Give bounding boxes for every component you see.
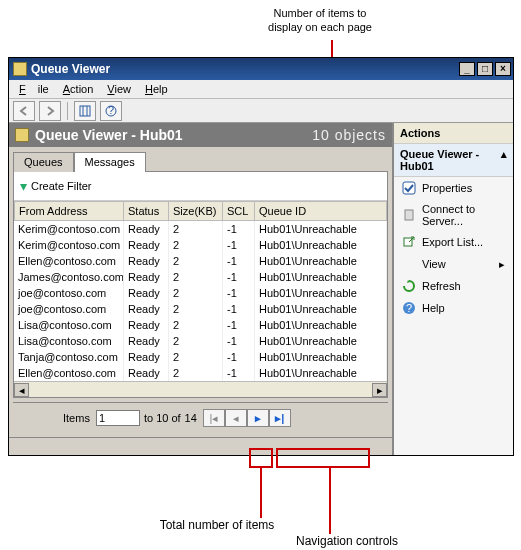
actions-subheader[interactable]: Queue Viewer - Hub01▴	[394, 144, 513, 177]
col-qid[interactable]: Queue ID	[255, 201, 387, 221]
table-row[interactable]: James@contoso.comReady2-1Hub01\Unreachab…	[14, 269, 387, 285]
last-page-button[interactable]: ▸|	[269, 409, 291, 427]
action-view[interactable]: View ▸	[394, 253, 513, 275]
queue-icon	[15, 128, 29, 142]
actions-pane: Actions Queue Viewer - Hub01▴ Properties…	[394, 123, 513, 455]
svg-rect-6	[405, 210, 413, 220]
table-row[interactable]: Tanja@contoso.comReady2-1Hub01\Unreachab…	[14, 349, 387, 365]
menu-view[interactable]: View	[101, 82, 137, 96]
action-properties[interactable]: Properties	[394, 177, 513, 199]
grid-body: Kerim@contoso.comReady2-1Hub01\Unreachab…	[14, 221, 387, 381]
col-status[interactable]: Status	[124, 201, 169, 221]
action-connect[interactable]: Connect to Server...	[394, 199, 513, 231]
menu-help[interactable]: Help	[139, 82, 174, 96]
help-toolbar-button[interactable]: ?	[100, 101, 122, 121]
app-icon	[13, 62, 27, 76]
menu-action[interactable]: Action	[57, 82, 100, 96]
pager-mid: to 10 of	[144, 412, 181, 424]
col-size[interactable]: Size(KB)	[169, 201, 223, 221]
back-button[interactable]	[13, 101, 35, 121]
callout-box-total	[249, 448, 273, 468]
chevron-right-icon: ▸	[499, 258, 505, 271]
content-header: Queue Viewer - Hub01 10 objects	[9, 123, 392, 147]
tab-panel: ▾ Create Filter From Address Status Size…	[13, 171, 388, 398]
pager-nav: |◂ ◂ ▸ ▸|	[203, 409, 291, 427]
table-row[interactable]: Kerim@contoso.comReady2-1Hub01\Unreachab…	[14, 237, 387, 253]
callout-line-total	[260, 468, 262, 518]
grid-header: From Address Status Size(KB) SCL Queue I…	[14, 201, 387, 221]
svg-rect-0	[80, 106, 90, 116]
window-title: Queue Viewer	[31, 62, 457, 76]
main-pane: Queue Viewer - Hub01 10 objects Queues M…	[9, 123, 394, 455]
filter-icon: ▾	[20, 178, 27, 194]
refresh-icon	[402, 279, 416, 293]
table-row[interactable]: Ellen@contoso.comReady2-1Hub01\Unreachab…	[14, 365, 387, 381]
col-from[interactable]: From Address	[14, 201, 124, 221]
callout-top: Number of items to display on each page	[240, 6, 400, 34]
pager-items-label: Items	[63, 412, 90, 424]
action-refresh[interactable]: Refresh	[394, 275, 513, 297]
tab-queues[interactable]: Queues	[13, 152, 74, 172]
toolbar: ?	[9, 99, 513, 123]
callout-box-nav	[276, 448, 370, 468]
horizontal-scrollbar[interactable]: ◂ ▸	[14, 381, 387, 397]
content-title: Queue Viewer - Hub01	[35, 127, 312, 143]
action-export[interactable]: Export List...	[394, 231, 513, 253]
prev-page-button[interactable]: ◂	[225, 409, 247, 427]
actions-header: Actions	[394, 123, 513, 144]
svg-rect-7	[404, 238, 412, 246]
export-icon	[402, 235, 416, 249]
svg-rect-5	[403, 182, 415, 194]
page-from-input[interactable]	[96, 410, 140, 426]
help-icon: ?	[402, 301, 416, 315]
callout-line-nav	[329, 468, 331, 534]
server-icon	[402, 208, 416, 222]
table-row[interactable]: Ellen@contoso.comReady2-1Hub01\Unreachab…	[14, 253, 387, 269]
create-filter-link[interactable]: Create Filter	[31, 180, 92, 192]
first-page-button[interactable]: |◂	[203, 409, 225, 427]
tabs: Queues Messages	[9, 147, 392, 171]
message-grid: From Address Status Size(KB) SCL Queue I…	[14, 200, 387, 397]
pager-total: 14	[185, 412, 197, 424]
columns-button[interactable]	[74, 101, 96, 121]
chevron-up-icon: ▴	[501, 148, 507, 172]
table-row[interactable]: Lisa@contoso.comReady2-1Hub01\Unreachabl…	[14, 317, 387, 333]
table-row[interactable]: joe@contoso.comReady2-1Hub01\Unreachable	[14, 301, 387, 317]
svg-text:?: ?	[108, 105, 114, 116]
app-window: Queue Viewer _ □ × File Action View Help…	[8, 57, 514, 456]
minimize-button[interactable]: _	[459, 62, 475, 76]
callout-total: Total number of items	[152, 518, 282, 532]
next-page-button[interactable]: ▸	[247, 409, 269, 427]
callout-nav: Navigation controls	[282, 534, 412, 548]
forward-button[interactable]	[39, 101, 61, 121]
filter-bar: ▾ Create Filter	[14, 172, 387, 200]
pager: Items to 10 of 14 |◂ ◂ ▸ ▸|	[13, 402, 388, 433]
menu-bar: File Action View Help	[9, 80, 513, 99]
titlebar[interactable]: Queue Viewer _ □ ×	[9, 58, 513, 80]
scroll-left-icon[interactable]: ◂	[14, 383, 29, 397]
table-row[interactable]: Lisa@contoso.comReady2-1Hub01\Unreachabl…	[14, 333, 387, 349]
action-help[interactable]: ? Help	[394, 297, 513, 319]
object-count: 10 objects	[312, 127, 386, 143]
menu-file[interactable]: File	[13, 82, 55, 96]
scroll-right-icon[interactable]: ▸	[372, 383, 387, 397]
col-scl[interactable]: SCL	[223, 201, 255, 221]
table-row[interactable]: joe@contoso.comReady2-1Hub01\Unreachable	[14, 285, 387, 301]
check-icon	[402, 181, 416, 195]
maximize-button[interactable]: □	[477, 62, 493, 76]
svg-text:?: ?	[406, 302, 412, 314]
tab-messages[interactable]: Messages	[74, 152, 146, 172]
table-row[interactable]: Kerim@contoso.comReady2-1Hub01\Unreachab…	[14, 221, 387, 237]
close-button[interactable]: ×	[495, 62, 511, 76]
